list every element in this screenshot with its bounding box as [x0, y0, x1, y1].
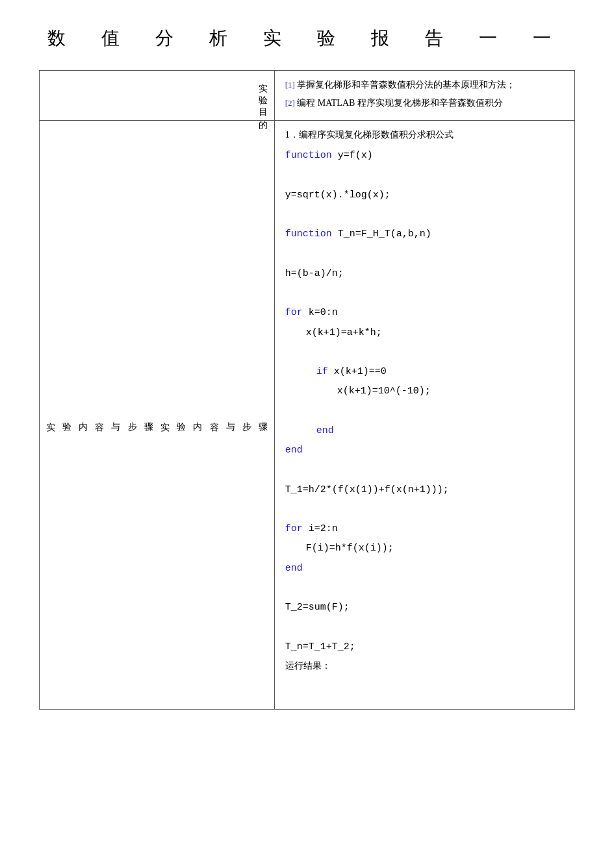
obj-num-1: [1]	[285, 80, 295, 90]
page-title: 数 值 分 析 实 验 报 告 一 一	[39, 26, 575, 51]
code-line-blank-1	[285, 167, 564, 184]
code-line-T2: T_2=sum(F);	[285, 599, 564, 616]
code-line-blank-5	[285, 344, 564, 361]
code-line-blank-8	[285, 501, 564, 518]
code-line-1: function y=f(x)	[285, 147, 564, 164]
code-line-blank-7	[285, 462, 564, 478]
section-title: 1．编程序实现复化梯形数值积分求积公式	[285, 127, 564, 143]
code-line-xk1: x(k+1)=a+k*h;	[285, 325, 564, 341]
code-line-for1: for k=0:n	[285, 304, 564, 321]
code-line-sqrt: y=sqrt(x).*log(x);	[285, 187, 564, 204]
objective-label-text: 实 验 目 的	[255, 76, 271, 114]
code-line-T1: T_1=h/2*(f(x(1))+f(x(n+1)));	[285, 482, 564, 499]
objective-label: 实 验 目 的	[40, 71, 275, 121]
code-line-blank-4	[285, 285, 564, 302]
kw-for-1: for	[285, 307, 303, 318]
result-space	[285, 676, 564, 702]
content-row: 实验内容与步骤实验内容与步骤 1．编程序实现复化梯形数值积分求积公式 funct…	[40, 120, 575, 710]
code-line-end-for2: end	[285, 560, 564, 577]
obj-text-2: 编程 MATLAB 程序实现复化梯形和辛普森数值积分	[297, 98, 503, 108]
kw-for-2: for	[285, 523, 303, 534]
content-body: 1．编程序实现复化梯形数值积分求积公式 function y=f(x) y=sq…	[274, 120, 574, 710]
code-line-end-if: end	[285, 423, 564, 440]
kw-end-if: end	[316, 425, 334, 436]
code-line-xk1-10: x(k+1)=10^(-10);	[285, 383, 564, 400]
code-line-h: h=(b-a)/n;	[285, 266, 564, 282]
code-line-blank-6	[285, 403, 564, 420]
code-line-for2: for i=2:n	[285, 521, 564, 538]
code-line-blank-10	[285, 619, 564, 636]
main-table: 实 验 目 的 [1] 掌握复化梯形和辛普森数值积分法的基本原理和方法； [2]…	[39, 70, 575, 710]
obj-num-2: [2]	[285, 98, 295, 108]
code-line-if: if x(k+1)==0	[285, 364, 564, 380]
objective-item-1: [1] 掌握复化梯形和辛普森数值积分法的基本原理和方法；	[285, 77, 564, 93]
content-label-text: 实验内容与步骤实验内容与步骤	[42, 415, 272, 416]
kw-function-1: function	[285, 150, 332, 161]
code-line-end-for1: end	[285, 442, 564, 459]
objective-item-2: [2] 编程 MATLAB 程序实现复化梯形和辛普森数值积分	[285, 95, 564, 111]
code-line-blank-3	[285, 246, 564, 263]
obj-text-1: 掌握复化梯形和辛普森数值积分法的基本原理和方法；	[297, 80, 515, 90]
code-line-blank-9	[285, 580, 564, 597]
kw-end-for-2: end	[285, 563, 303, 574]
code-line-2: function T_n=F_H_T(a,b,n)	[285, 226, 564, 243]
run-result-label: 运行结果：	[285, 658, 564, 675]
content-label: 实验内容与步骤实验内容与步骤	[40, 120, 275, 710]
kw-end-for-1: end	[285, 445, 303, 456]
code-line-Fi: F(i)=h*f(x(i));	[285, 540, 564, 557]
objective-row: 实 验 目 的 [1] 掌握复化梯形和辛普森数值积分法的基本原理和方法； [2]…	[40, 71, 575, 121]
kw-if: if	[316, 366, 328, 377]
code-line-Tn: T_n=T_1+T_2;	[285, 639, 564, 656]
code-line-blank-2	[285, 206, 564, 223]
objective-content: [1] 掌握复化梯形和辛普森数值积分法的基本原理和方法； [2] 编程 MATL…	[274, 71, 574, 121]
kw-function-2: function	[285, 229, 332, 240]
